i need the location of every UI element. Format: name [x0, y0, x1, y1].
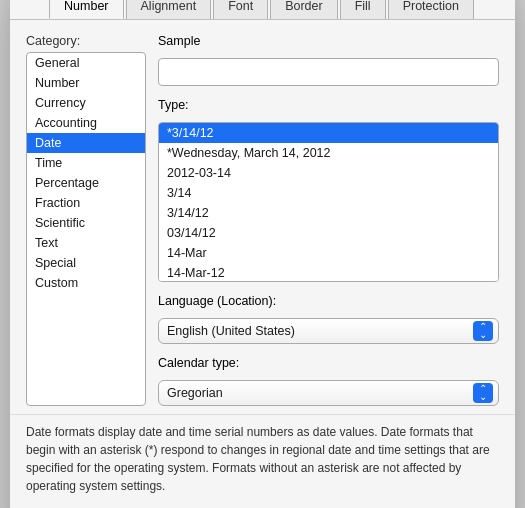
- type-list[interactable]: *3/14/12*Wednesday, March 14, 20122012-0…: [158, 122, 499, 282]
- content-area: Category: GeneralNumberCurrencyAccountin…: [10, 20, 515, 414]
- type-item[interactable]: 14-Mar: [159, 243, 498, 263]
- calendar-select[interactable]: GregorianIslamicHebrewJapanese: [158, 380, 499, 406]
- category-list[interactable]: GeneralNumberCurrencyAccountingDateTimeP…: [26, 52, 146, 406]
- type-item[interactable]: 2012-03-14: [159, 163, 498, 183]
- category-item[interactable]: General: [27, 53, 145, 73]
- format-options-panel: Sample Type: *3/14/12*Wednesday, March 1…: [158, 34, 499, 406]
- language-select-wrapper: English (United States)English (UK)Frenc…: [158, 318, 499, 344]
- category-item[interactable]: Special: [27, 253, 145, 273]
- category-item[interactable]: Percentage: [27, 173, 145, 193]
- category-item[interactable]: Fraction: [27, 193, 145, 213]
- category-item[interactable]: Custom: [27, 273, 145, 293]
- tab-protection[interactable]: Protection: [388, 0, 474, 19]
- type-item[interactable]: 14-Mar-12: [159, 263, 498, 282]
- category-item[interactable]: Time: [27, 153, 145, 173]
- tab-border[interactable]: Border: [270, 0, 338, 19]
- sample-box: [158, 58, 499, 86]
- sample-label: Sample: [158, 34, 499, 48]
- type-item[interactable]: *3/14/12: [159, 123, 498, 143]
- format-cells-dialog: Format Cells NumberAlignmentFontBorderFi…: [10, 0, 515, 508]
- tab-number[interactable]: Number: [49, 0, 123, 19]
- category-panel: Category: GeneralNumberCurrencyAccountin…: [26, 34, 146, 406]
- type-item[interactable]: 3/14/12: [159, 203, 498, 223]
- type-label: Type:: [158, 98, 499, 112]
- category-label: Category:: [26, 34, 146, 48]
- calendar-label: Calendar type:: [158, 356, 499, 370]
- description-text: Date formats display date and time seria…: [10, 414, 515, 505]
- type-item[interactable]: *Wednesday, March 14, 2012: [159, 143, 498, 163]
- language-select[interactable]: English (United States)English (UK)Frenc…: [158, 318, 499, 344]
- type-item[interactable]: 3/14: [159, 183, 498, 203]
- category-item[interactable]: Accounting: [27, 113, 145, 133]
- category-item[interactable]: Date: [27, 133, 145, 153]
- category-item[interactable]: Scientific: [27, 213, 145, 233]
- tab-font[interactable]: Font: [213, 0, 268, 19]
- language-label: Language (Location):: [158, 294, 499, 308]
- type-item[interactable]: 03/14/12: [159, 223, 498, 243]
- tab-bar: NumberAlignmentFontBorderFillProtection: [10, 0, 515, 20]
- tab-alignment[interactable]: Alignment: [126, 0, 212, 19]
- category-item[interactable]: Currency: [27, 93, 145, 113]
- tab-fill[interactable]: Fill: [340, 0, 386, 19]
- category-item[interactable]: Text: [27, 233, 145, 253]
- calendar-select-wrapper: GregorianIslamicHebrewJapanese: [158, 380, 499, 406]
- category-item[interactable]: Number: [27, 73, 145, 93]
